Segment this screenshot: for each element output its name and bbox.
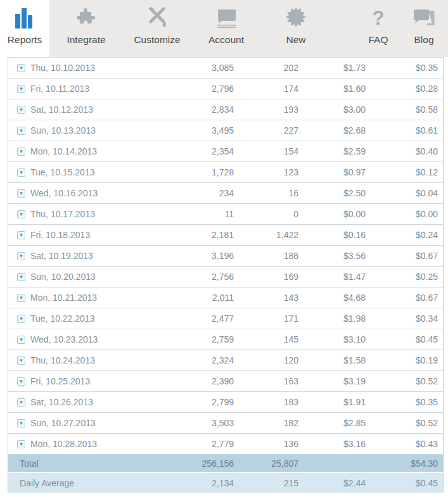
date-cell: ▼ Mon, 10.21.2013 — [8, 293, 176, 303]
value-cell-1: 2,324 — [176, 355, 239, 365]
value-cell-3: $2.85 — [304, 418, 371, 428]
tab-integrate[interactable]: Integrate — [49, 0, 123, 57]
expand-row-icon[interactable]: ▼ — [17, 106, 25, 114]
table-row[interactable]: ▼ Sun, 10.13.2013 3,495 227 $2.68 $0.61 — [8, 120, 443, 141]
value-cell-2: 215 — [239, 478, 304, 488]
value-cell-2: 1,422 — [239, 230, 304, 240]
value-cell-3: $1.98 — [304, 313, 371, 324]
date-label: Mon, 10.14.2013 — [30, 146, 97, 156]
value-cell-2: 145 — [239, 334, 304, 344]
expand-row-icon[interactable]: ▼ — [17, 168, 25, 177]
table-row[interactable]: ▼ Fri, 10.11.2013 2,796 174 $1.60 $0.28 — [8, 78, 443, 99]
table-row[interactable]: ▼ Sun, 10.20.2013 2,756 169 $1.47 $0.25 — [8, 266, 443, 287]
value-cell-1: 256,156 — [176, 458, 239, 469]
expand-row-icon[interactable]: ▼ — [17, 419, 25, 427]
value-cell-2: 25,807 — [239, 458, 304, 469]
date-cell: ▼ Thu, 10.17.2013 — [8, 209, 176, 219]
value-cell-1: 2,759 — [176, 334, 239, 344]
expand-row-icon[interactable]: ▼ — [17, 398, 25, 407]
top-navigation: Reports Integrate Customize — [0, 0, 448, 57]
expand-row-icon[interactable]: ▼ — [17, 294, 25, 302]
expand-row-icon[interactable]: ▼ — [17, 273, 25, 281]
table-row[interactable]: ▼ Tue, 10.15.2013 1,728 123 $0.97 $0.12 — [8, 161, 443, 182]
expand-row-icon[interactable]: ▼ — [17, 357, 25, 365]
date-cell: ▼ Tue, 10.15.2013 — [8, 167, 176, 177]
value-cell-4: $0.24 — [371, 230, 443, 240]
expand-row-icon[interactable]: ▼ — [17, 440, 25, 448]
tab-label: Account — [208, 34, 244, 46]
expand-row-icon[interactable]: ▼ — [17, 148, 25, 156]
tab-reports[interactable]: Reports — [0, 0, 49, 57]
value-cell-2: 202 — [239, 63, 304, 73]
value-cell-4: $0.04 — [371, 188, 443, 198]
total-row: Total 256,156 25,807 $54.30 — [8, 454, 443, 473]
tab-faq[interactable]: ? FAQ — [355, 0, 401, 57]
value-cell-1: 1,728 — [176, 167, 239, 177]
value-cell-2: 120 — [239, 355, 304, 365]
tab-new[interactable]: New — [261, 0, 331, 57]
date-cell: ▼ Thu, 10.10.2013 — [8, 63, 176, 73]
tab-label: FAQ — [368, 34, 388, 46]
puzzle-icon — [75, 5, 98, 30]
summary-label: Total — [8, 458, 176, 469]
value-cell-4: $0.35 — [371, 397, 443, 407]
table-row[interactable]: ▼ Fri, 10.25.2013 2,390 163 $3.19 $0.52 — [8, 370, 443, 391]
date-label: Sun, 10.13.2013 — [30, 125, 96, 136]
date-cell: ▼ Sat, 10.26.2013 — [8, 397, 176, 407]
expand-row-icon[interactable]: ▼ — [17, 189, 25, 198]
value-cell-4: $0.45 — [371, 334, 443, 344]
expand-row-icon[interactable]: ▼ — [17, 231, 25, 239]
date-cell: ▼ Sat, 10.12.2013 — [8, 104, 176, 115]
table-row[interactable]: ▼ Thu, 10.24.2013 2,324 120 $1.58 $0.19 — [8, 350, 443, 370]
table-row[interactable]: ▼ Sun, 10.27.2013 3,503 182 $2.85 $0.52 — [8, 412, 443, 433]
table-row[interactable]: ▼ Wed, 10.16.2013 234 16 $2.50 $0.04 — [8, 182, 443, 203]
table-row[interactable]: ▼ Fri, 10.18.2013 2,181 1,422 $0.16 $0.2… — [8, 224, 443, 245]
expand-row-icon[interactable]: ▼ — [17, 64, 25, 72]
starburst-icon — [284, 5, 308, 30]
tab-account[interactable]: Account — [191, 0, 261, 57]
value-cell-3: $2.44 — [304, 478, 371, 488]
expand-row-icon[interactable]: ▼ — [17, 85, 25, 93]
table-row[interactable]: ▼ Mon, 10.28.2013 2,779 136 $3.16 $0.43 — [8, 433, 443, 454]
table-row[interactable]: ▼ Mon, 10.14.2013 2,354 154 $2.59 $0.40 — [8, 141, 443, 161]
tab-blog[interactable]: Blog — [401, 0, 447, 57]
table-row[interactable]: ▼ Wed, 10.23.2013 2,759 145 $3.10 $0.45 — [8, 329, 443, 350]
expand-row-icon[interactable]: ▼ — [17, 377, 25, 386]
table-row[interactable]: ▼ Sat, 10.12.2013 2,834 193 $3.00 $0.58 — [8, 99, 443, 120]
value-cell-4: $0.19 — [371, 355, 443, 365]
value-cell-1: 3,085 — [176, 63, 239, 73]
value-cell-1: 3,495 — [176, 125, 239, 136]
value-cell-1: 2,181 — [176, 230, 239, 240]
expand-row-icon[interactable]: ▼ — [17, 315, 25, 323]
date-label: Wed, 10.23.2013 — [30, 334, 98, 344]
expand-row-icon[interactable]: ▼ — [17, 210, 25, 218]
table-row[interactable]: ▼ Sat, 10.26.2013 2,799 183 $1.91 $0.35 — [8, 391, 443, 412]
value-cell-4: $0.45 — [371, 478, 443, 488]
table-row[interactable]: ▼ Tue, 10.22.2013 2,477 171 $1.98 $0.34 — [8, 308, 443, 329]
value-cell-3: $3.00 — [304, 104, 371, 115]
table-row[interactable]: ▼ Sat, 10.19.2013 3,196 188 $3.56 $0.67 — [8, 245, 443, 266]
expand-row-icon[interactable]: ▼ — [17, 127, 25, 135]
value-cell-4: $0.28 — [371, 84, 443, 94]
date-cell: ▼ Fri, 10.25.2013 — [8, 376, 176, 386]
value-cell-3: $0.00 — [304, 209, 371, 219]
table-row[interactable]: ▼ Thu, 10.17.2013 11 0 $0.00 $0.00 — [8, 203, 443, 224]
value-cell-3: $1.60 — [304, 84, 371, 94]
date-cell: ▼ Sun, 10.27.2013 — [8, 418, 176, 428]
value-cell-4: $0.52 — [371, 376, 443, 386]
table-row[interactable]: ▼ Mon, 10.21.2013 2,011 143 $4.68 $0.67 — [8, 287, 443, 308]
value-cell-1: 2,779 — [176, 439, 239, 449]
tab-customize[interactable]: Customize — [123, 0, 191, 57]
chat-bubbles-icon — [412, 5, 436, 30]
expand-row-icon[interactable]: ▼ — [17, 252, 25, 260]
value-cell-2: 16 — [239, 188, 304, 198]
date-label: Mon, 10.21.2013 — [30, 293, 97, 303]
date-label: Fri, 10.25.2013 — [30, 376, 90, 386]
date-cell: ▼ Tue, 10.22.2013 — [8, 313, 176, 324]
table-row[interactable]: ▼ Thu, 10.10.2013 3,085 202 $1.73 $0.35 — [8, 57, 443, 78]
value-cell-3: $1.58 — [304, 355, 371, 365]
expand-row-icon[interactable]: ▼ — [17, 336, 25, 344]
tab-label: Blog — [414, 34, 433, 46]
value-cell-3: $2.50 — [304, 188, 371, 198]
daily-stats-table: ▼ Thu, 10.10.2013 3,085 202 $1.73 $0.35 … — [8, 57, 444, 493]
